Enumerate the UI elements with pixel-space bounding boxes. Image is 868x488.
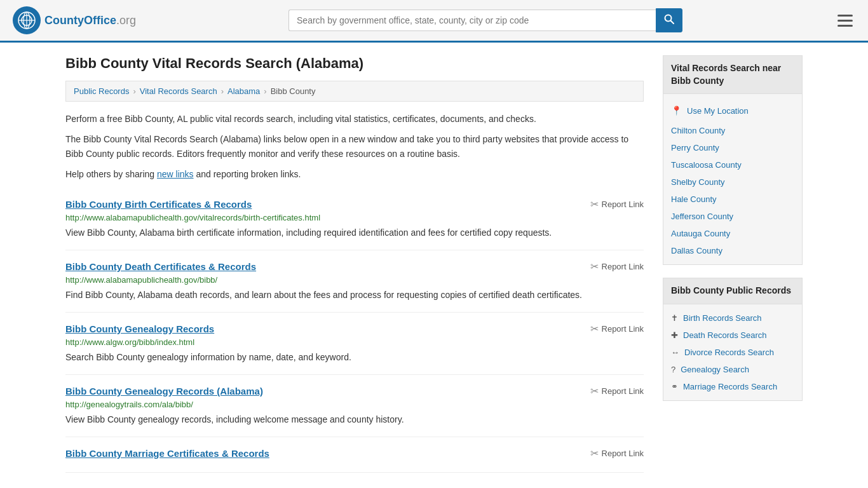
use-location-link[interactable]: Use My Location xyxy=(687,106,749,116)
report-link-4[interactable]: ✂ Report Link xyxy=(590,447,644,459)
breadcrumb: Public Records › Vital Records Search › … xyxy=(65,81,644,102)
nearby-county-item: Autauga County xyxy=(663,225,802,242)
nearby-county-link-4[interactable]: Hale County xyxy=(671,194,717,204)
public-record-link-item: ⚭ Marriage Records Search xyxy=(663,378,802,395)
public-record-link-0[interactable]: Birth Records Search xyxy=(683,313,762,323)
report-icon-3: ✂ xyxy=(590,385,599,397)
nearby-county-item: Dallas County xyxy=(663,242,802,259)
public-record-link-item: ? Genealogy Search xyxy=(663,361,802,378)
public-record-link-item: ↔ Divorce Records Search xyxy=(663,344,802,361)
report-link-1[interactable]: ✂ Report Link xyxy=(590,261,644,273)
report-link-3[interactable]: ✂ Report Link xyxy=(590,385,644,397)
record-title-0[interactable]: Bibb County Birth Certificates & Records xyxy=(65,199,252,210)
search-input[interactable] xyxy=(288,10,656,31)
logo-text: CountyOffice.org xyxy=(44,14,136,27)
nearby-county-link-0[interactable]: Chilton County xyxy=(671,126,725,135)
nearby-county-link-6[interactable]: Autauga County xyxy=(671,229,730,238)
record-url-0[interactable]: http://www.alabamapublichealth.gov/vital… xyxy=(65,213,644,222)
public-record-icon-4: ⚭ xyxy=(671,382,678,391)
public-records-title: Bibb County Public Records xyxy=(663,278,802,304)
nearby-links: 📍 Use My Location Chilton CountyPerry Co… xyxy=(663,94,802,264)
new-links-link[interactable]: new links xyxy=(157,169,194,179)
report-link-0[interactable]: ✂ Report Link xyxy=(590,198,644,210)
nearby-county-item: Perry County xyxy=(663,139,802,156)
record-item: Bibb County Marriage Certificates & Reco… xyxy=(65,437,644,473)
public-records-section: Bibb County Public Records ✝ Birth Recor… xyxy=(663,278,803,401)
breadcrumb-alabama[interactable]: Alabama xyxy=(227,86,260,96)
description-para1: Perform a free Bibb County, AL public vi… xyxy=(65,112,644,126)
report-icon-4: ✂ xyxy=(590,447,599,459)
record-desc-3: View Bibb County genealogy records, incl… xyxy=(65,413,644,426)
nearby-county-item: Tuscaloosa County xyxy=(663,156,802,173)
public-record-link-3[interactable]: Genealogy Search xyxy=(681,365,749,374)
logo-area[interactable]: CountyOffice.org xyxy=(13,6,136,34)
record-desc-1: Find Bibb County, Alabama death records,… xyxy=(65,288,644,302)
logo-icon xyxy=(13,6,41,34)
record-url-3[interactable]: http://genealogytrails.com/ala/bibb/ xyxy=(65,400,644,409)
record-title-3[interactable]: Bibb County Genealogy Records (Alabama) xyxy=(65,386,263,396)
nearby-county-item: Hale County xyxy=(663,191,802,208)
nearby-counties-list: Chilton CountyPerry CountyTuscaloosa Cou… xyxy=(663,122,802,259)
record-title-1[interactable]: Bibb County Death Certificates & Records xyxy=(65,261,256,272)
location-pin-icon: 📍 xyxy=(671,105,682,116)
record-desc-0: View Bibb County, Alabama birth certific… xyxy=(65,226,644,240)
public-record-icon-1: ✚ xyxy=(671,330,678,340)
nearby-county-item: Chilton County xyxy=(663,122,802,139)
right-column: Vital Records Search near Bibb County 📍 … xyxy=(663,55,803,473)
description-para3: Help others by sharing new links and rep… xyxy=(65,167,644,181)
public-record-link-1[interactable]: Death Records Search xyxy=(683,330,767,340)
report-icon-2: ✂ xyxy=(590,323,599,335)
record-url-2[interactable]: http://www.algw.org/bibb/index.html xyxy=(65,337,644,347)
report-icon-1: ✂ xyxy=(590,261,599,273)
record-title-2[interactable]: Bibb County Genealogy Records xyxy=(65,323,214,334)
public-record-link-2[interactable]: Divorce Records Search xyxy=(684,348,774,357)
record-title-4[interactable]: Bibb County Marriage Certificates & Reco… xyxy=(65,448,269,459)
use-location-item: 📍 Use My Location xyxy=(663,99,802,122)
record-item: Bibb County Genealogy Records (Alabama) … xyxy=(65,375,644,437)
nearby-county-link-1[interactable]: Perry County xyxy=(671,143,719,152)
left-column: Bibb County Vital Records Search (Alabam… xyxy=(65,55,644,473)
public-record-link-item: ✝ Birth Records Search xyxy=(663,309,802,327)
description-para2: The Bibb County Vital Records Search (Al… xyxy=(65,132,644,161)
breadcrumb-public-records[interactable]: Public Records xyxy=(74,86,129,96)
site-header: CountyOffice.org xyxy=(0,0,868,43)
report-link-2[interactable]: ✂ Report Link xyxy=(590,323,644,335)
svg-line-6 xyxy=(671,21,674,24)
record-desc-2: Search Bibb County genealogy information… xyxy=(65,351,644,364)
public-record-link-4[interactable]: Marriage Records Search xyxy=(683,382,777,391)
public-records-items: ✝ Birth Records Search ✚ Death Records S… xyxy=(663,309,802,395)
page-title: Bibb County Vital Records Search (Alabam… xyxy=(65,55,644,72)
public-records-links: ✝ Birth Records Search ✚ Death Records S… xyxy=(663,304,802,400)
nearby-county-link-3[interactable]: Shelby County xyxy=(671,177,725,187)
breadcrumb-vital-records[interactable]: Vital Records Search xyxy=(140,86,217,96)
nearby-section: Vital Records Search near Bibb County 📍 … xyxy=(663,55,803,265)
public-record-icon-2: ↔ xyxy=(671,348,679,357)
search-area xyxy=(288,8,682,32)
menu-button[interactable] xyxy=(835,12,855,29)
nearby-county-link-2[interactable]: Tuscaloosa County xyxy=(671,160,742,170)
breadcrumb-current: Bibb County xyxy=(271,86,316,96)
records-list: Bibb County Birth Certificates & Records… xyxy=(65,188,644,473)
search-button[interactable] xyxy=(656,8,682,32)
public-record-icon-3: ? xyxy=(671,365,675,374)
main-content: Bibb County Vital Records Search (Alabam… xyxy=(53,43,815,485)
public-record-link-item: ✚ Death Records Search xyxy=(663,327,802,344)
nearby-county-item: Jefferson County xyxy=(663,208,802,225)
public-record-icon-0: ✝ xyxy=(671,313,678,323)
report-icon-0: ✂ xyxy=(590,198,599,210)
record-url-1[interactable]: http://www.alabamapublichealth.gov/bibb/ xyxy=(65,275,644,285)
nearby-county-link-5[interactable]: Jefferson County xyxy=(671,212,733,221)
nearby-county-link-7[interactable]: Dallas County xyxy=(671,246,722,255)
record-item: Bibb County Genealogy Records ✂ Report L… xyxy=(65,313,644,375)
record-item: Bibb County Birth Certificates & Records… xyxy=(65,188,644,250)
nearby-title: Vital Records Search near Bibb County xyxy=(663,56,802,94)
nearby-county-item: Shelby County xyxy=(663,173,802,191)
record-item: Bibb County Death Certificates & Records… xyxy=(65,250,644,313)
